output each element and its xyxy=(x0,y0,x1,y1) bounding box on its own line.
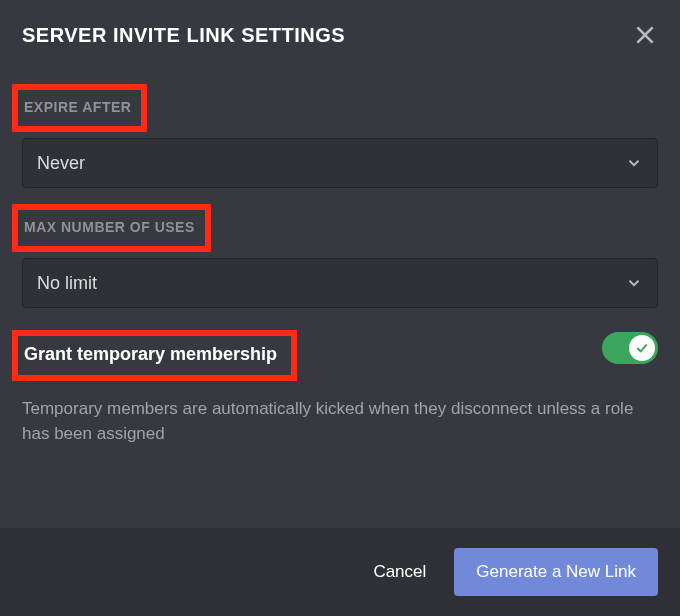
max-uses-label: MAX NUMBER OF USES xyxy=(24,219,195,235)
max-uses-highlight: MAX NUMBER OF USES xyxy=(12,204,211,252)
temp-membership-toggle[interactable] xyxy=(602,332,658,364)
expire-after-label: EXPIRE AFTER xyxy=(24,99,131,115)
modal-title: SERVER INVITE LINK SETTINGS xyxy=(22,24,345,47)
modal-footer: Cancel Generate a New Link xyxy=(0,528,680,616)
modal-header: SERVER INVITE LINK SETTINGS xyxy=(22,22,658,48)
expire-after-select[interactable]: Never xyxy=(22,138,658,188)
temp-membership-highlight: Grant temporary membership xyxy=(12,330,297,381)
modal-body: SERVER INVITE LINK SETTINGS EXPIRE AFTER… xyxy=(0,0,680,528)
cancel-button[interactable]: Cancel xyxy=(353,550,446,594)
invite-settings-modal: SERVER INVITE LINK SETTINGS EXPIRE AFTER… xyxy=(0,0,680,616)
toggle-knob xyxy=(629,335,655,361)
chevron-down-icon xyxy=(625,154,643,172)
temp-membership-label: Grant temporary membership xyxy=(24,344,277,364)
expire-after-highlight: EXPIRE AFTER xyxy=(12,84,147,132)
temp-membership-helper: Temporary members are automatically kick… xyxy=(22,397,642,446)
chevron-down-icon xyxy=(625,274,643,292)
max-uses-value: No limit xyxy=(37,273,97,294)
check-icon xyxy=(634,340,650,356)
temp-membership-row: Grant temporary membership xyxy=(22,308,658,387)
generate-link-button[interactable]: Generate a New Link xyxy=(454,548,658,596)
expire-after-value: Never xyxy=(37,153,85,174)
max-uses-select[interactable]: No limit xyxy=(22,258,658,308)
close-icon[interactable] xyxy=(632,22,658,48)
